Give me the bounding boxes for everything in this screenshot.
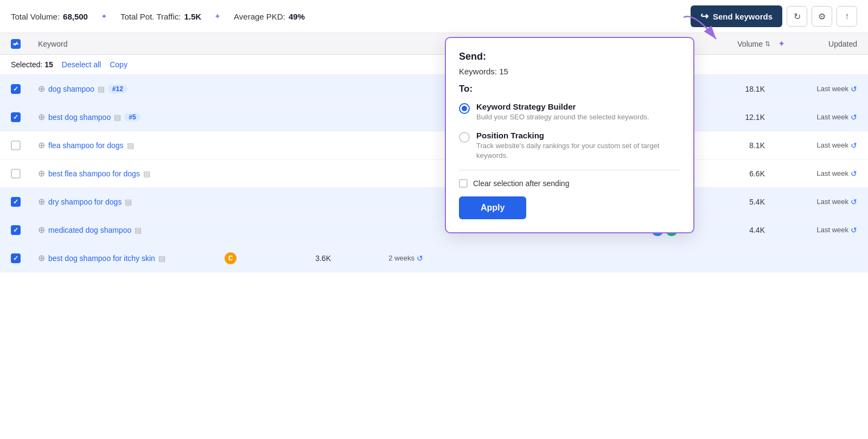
row-refresh-icon[interactable]: ↺: [851, 226, 857, 234]
radio-inner: [462, 106, 467, 111]
total-volume-label: Total Volume:: [11, 12, 60, 21]
keyword-link[interactable]: best dog shampoo: [48, 113, 111, 122]
page-icon: ▤: [127, 141, 134, 150]
row-checkbox-cell: [11, 197, 38, 207]
plus-icon: ⊕: [38, 196, 45, 207]
keyword-link[interactable]: best dog shampoo for itchy skin: [48, 254, 155, 263]
updated-cell: Last week ↺: [792, 169, 857, 178]
selection-bar: Selected: 15 Deselect all Copy: [0, 55, 868, 75]
clear-selection-checkbox[interactable]: [459, 179, 468, 188]
header-sparkle-icon: ✦: [778, 39, 785, 49]
total-volume-stat: Total Volume: 68,500: [11, 12, 88, 21]
page-icon: ▤: [98, 85, 105, 93]
total-traffic-value: 1.5K: [184, 12, 201, 21]
keyword-strategy-label: Keyword Strategy Builder: [476, 102, 649, 111]
volume-cell: 8.1K: [694, 141, 770, 150]
updated-text: Last week: [816, 198, 848, 206]
position-tracking-label: Position Tracking: [476, 131, 680, 140]
volume-cell: 18.1K: [694, 85, 770, 93]
row-checkbox-cell: [11, 169, 38, 179]
refresh-button[interactable]: ↻: [787, 6, 807, 27]
keyword-link[interactable]: dry shampoo for dogs: [48, 198, 122, 206]
header-checkbox-cell: [11, 39, 38, 49]
plus-icon: ⊕: [38, 168, 45, 179]
keyword-link[interactable]: medicated dog shampoo: [48, 226, 131, 234]
volume-cell: 4.4K: [694, 226, 770, 234]
row-checkbox[interactable]: [11, 112, 21, 122]
sparkle-icon-1: ✦: [101, 12, 107, 21]
page-icon: ▤: [143, 169, 150, 178]
selected-label: Selected: 15: [11, 60, 53, 69]
updated-column-header: Updated: [792, 40, 857, 48]
volume-cell: 6.6K: [694, 169, 770, 178]
updated-text: 2 weeks: [388, 254, 414, 262]
rank-badge: #5: [124, 113, 140, 122]
export-button[interactable]: ↑: [837, 6, 857, 27]
deselect-all-link[interactable]: Deselect all: [62, 60, 101, 69]
popup-title: Send:: [459, 51, 680, 62]
volume-column-header: Volume ⇅: [694, 40, 770, 48]
popup-keywords: Keywords: 15: [459, 67, 680, 76]
row-refresh-icon[interactable]: ↺: [417, 254, 423, 263]
top-bar: Total Volume: 68,500 ✦ Total Pot. Traffi…: [0, 0, 868, 33]
page-icon: ▤: [114, 113, 121, 122]
keyword-strategy-option[interactable]: Keyword Strategy Builder Build your SEO …: [459, 102, 680, 122]
table-row: ⊕ best flea shampoo for dogs ▤ C 6.6K La…: [0, 160, 868, 188]
volume-cell: 5.4K: [694, 198, 770, 206]
plus-icon: ⊕: [38, 225, 45, 235]
keyword-link[interactable]: flea shampoo for dogs: [48, 141, 124, 150]
table-row: ⊕ medicated dog shampoo ▤ I T 4.4K Last …: [0, 216, 868, 244]
updated-text: Last week: [816, 226, 848, 234]
volume-cell: 12.1K: [694, 113, 770, 122]
radio-position-tracking[interactable]: [459, 132, 470, 143]
send-keywords-label: Send keywords: [713, 12, 773, 21]
row-checkbox[interactable]: [11, 84, 21, 94]
row-refresh-icon[interactable]: ↺: [851, 141, 857, 150]
row-checkbox[interactable]: [11, 253, 21, 263]
page-icon: ▤: [135, 226, 142, 234]
updated-cell: 2 weeks ↺: [358, 254, 423, 263]
clear-selection-label: Clear selection after sending: [473, 179, 569, 188]
position-tracking-option[interactable]: Position Tracking Track website's daily …: [459, 131, 680, 161]
upload-icon: ↑: [845, 11, 849, 21]
row-refresh-icon[interactable]: ↺: [851, 113, 857, 122]
refresh-icon: ↻: [794, 11, 801, 22]
table-body: ⊕ dog shampoo ▤ #12 C 18.1K Last week ↺ …: [0, 75, 868, 272]
row-checkbox[interactable]: [11, 197, 21, 207]
keyword-link[interactable]: dog shampoo: [48, 85, 94, 93]
avg-pkd-value: 49%: [289, 12, 305, 21]
updated-cell: Last week ↺: [792, 141, 857, 150]
row-checkbox-cell: [11, 141, 38, 150]
table-row: ⊕ dry shampoo for dogs ▤ C 5.4K Last wee…: [0, 188, 868, 216]
sort-icon[interactable]: ⇅: [765, 40, 770, 48]
row-checkbox[interactable]: [11, 225, 21, 235]
row-checkbox[interactable]: [11, 169, 21, 179]
settings-button[interactable]: ⚙: [812, 6, 832, 27]
updated-text: Last week: [816, 85, 848, 93]
select-all-checkbox[interactable]: [11, 39, 21, 49]
rank-badge: #12: [108, 85, 127, 93]
total-traffic-label: Total Pot. Traffic:: [120, 12, 181, 21]
page-icon: ▤: [125, 198, 132, 206]
updated-text: Last week: [816, 113, 848, 121]
row-refresh-icon[interactable]: ↺: [851, 85, 857, 93]
copy-link[interactable]: Copy: [110, 60, 127, 69]
row-refresh-icon[interactable]: ↺: [851, 169, 857, 178]
apply-button[interactable]: Apply: [459, 196, 526, 219]
radio-keyword-strategy[interactable]: [459, 103, 470, 114]
table-row: ⊕ best dog shampoo for itchy skin ▤ C 3.…: [0, 244, 868, 272]
row-refresh-icon[interactable]: ↺: [851, 198, 857, 206]
send-keywords-button[interactable]: ↪ Send keywords: [691, 5, 782, 27]
plus-icon: ⊕: [38, 84, 45, 94]
send-arrow-icon: ↪: [700, 10, 709, 22]
table-row: ⊕ best dog shampoo ▤ #5 C 12.1K Last wee…: [0, 103, 868, 131]
updated-cell: Last week ↺: [792, 113, 857, 122]
selected-count: 15: [44, 60, 53, 69]
plus-icon: ⊕: [38, 253, 45, 263]
keyword-link[interactable]: best flea shampoo for dogs: [48, 169, 140, 178]
total-volume-value: 68,500: [63, 12, 88, 21]
keyword-cell: ⊕ best dog shampoo for itchy skin ▤: [38, 253, 201, 263]
total-traffic-stat: Total Pot. Traffic: 1.5K: [120, 12, 201, 21]
position-tracking-desc: Track website's daily rankings for your …: [476, 141, 680, 161]
row-checkbox[interactable]: [11, 141, 21, 150]
